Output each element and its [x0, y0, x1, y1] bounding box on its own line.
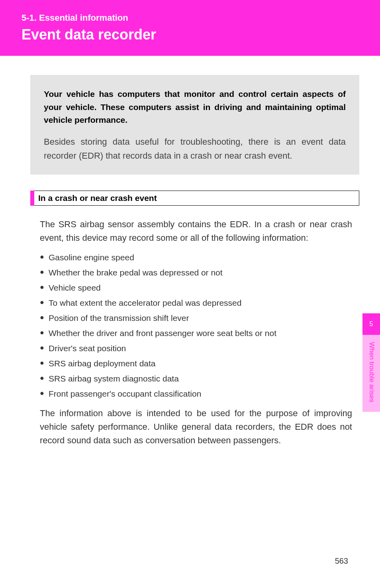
bullet-text: Vehicle speed [49, 283, 101, 293]
bullet-text: Driver's seat position [49, 344, 126, 353]
subsection-bar [30, 191, 34, 206]
page-title: Event data recorder [22, 26, 380, 43]
side-tab: 5 When trouble arises [362, 313, 380, 412]
bullet-icon: ● [40, 253, 49, 261]
paragraph-2: The information above is intended to be … [40, 407, 352, 447]
list-item: ●Gasoline engine speed [40, 253, 352, 262]
chapter-number: 5 [362, 313, 380, 335]
list-item: ●Front passenger's occupant classificati… [40, 389, 352, 399]
content-area: Your vehicle has computers that monitor … [0, 75, 380, 447]
subsection-title: In a crash or near crash event [34, 191, 359, 206]
bullet-text: Whether the brake pedal was depressed or… [49, 268, 223, 277]
intro-normal: Besides storing data useful for troubles… [44, 135, 346, 163]
list-item: ●Whether the driver and front passenger … [40, 328, 352, 338]
list-item: ●Vehicle speed [40, 283, 352, 293]
bullet-text: SRS airbag system diagnostic data [49, 374, 179, 383]
bullet-icon: ● [40, 359, 49, 367]
bullet-icon: ● [40, 344, 49, 352]
list-item: ●Whether the brake pedal was depressed o… [40, 268, 352, 277]
list-item: ●SRS airbag deployment data [40, 359, 352, 368]
bullet-text: Gasoline engine speed [49, 253, 134, 262]
bullet-text: SRS airbag deployment data [49, 359, 156, 368]
intro-box: Your vehicle has computers that monitor … [30, 75, 359, 175]
body-text: The SRS airbag sensor assembly contains … [40, 218, 352, 447]
subsection-header: In a crash or near crash event [30, 191, 359, 206]
list-item: ●SRS airbag system diagnostic data [40, 374, 352, 383]
header-band: 5-1. Essential information Event data re… [0, 0, 380, 56]
paragraph-1: The SRS airbag sensor assembly contains … [40, 218, 352, 245]
bullet-icon: ● [40, 328, 49, 337]
bullet-text: Position of the transmission shift lever [49, 313, 189, 323]
bullet-icon: ● [40, 283, 49, 291]
list-item: ●Driver's seat position [40, 344, 352, 353]
bullet-icon: ● [40, 374, 49, 382]
chapter-label: When trouble arises [362, 335, 380, 412]
bullet-icon: ● [40, 313, 49, 322]
bullet-icon: ● [40, 389, 49, 397]
list-item: ●Position of the transmission shift leve… [40, 313, 352, 323]
bullet-text: Whether the driver and front passenger w… [49, 328, 276, 338]
bullet-icon: ● [40, 268, 49, 276]
list-item: ●To what extent the accelerator pedal wa… [40, 298, 352, 308]
page-number: 563 [335, 557, 348, 566]
bullet-list: ●Gasoline engine speed ●Whether the brak… [40, 253, 352, 399]
bullet-text: Front passenger's occupant classificatio… [49, 389, 201, 399]
bullet-text: To what extent the accelerator pedal was… [49, 298, 241, 308]
section-label: 5-1. Essential information [22, 13, 380, 23]
bullet-icon: ● [40, 298, 49, 307]
intro-bold: Your vehicle has computers that monitor … [44, 88, 346, 127]
